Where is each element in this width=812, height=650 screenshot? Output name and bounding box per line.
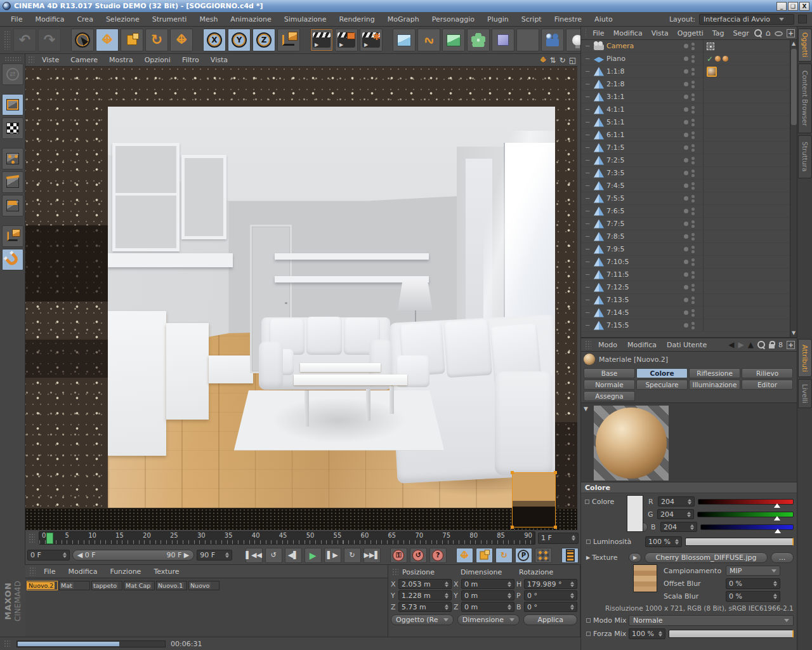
object-row[interactable]: 4:1:1 [581, 103, 790, 116]
color-swatch[interactable] [627, 495, 643, 532]
visibility-dots[interactable] [684, 169, 700, 177]
undo-button[interactable]: ↶ [13, 29, 36, 51]
region-handle[interactable] [511, 471, 514, 474]
tag-cell[interactable] [703, 205, 790, 217]
viewport-menu-item[interactable]: Opzioni [140, 55, 176, 65]
material-menu-item[interactable]: File [38, 566, 61, 577]
tag-cell[interactable] [703, 256, 790, 268]
g-slider[interactable] [697, 512, 794, 517]
menu-item[interactable]: Script [516, 14, 547, 25]
r-slider[interactable] [698, 499, 794, 505]
visibility-dots[interactable] [684, 258, 700, 266]
object-row[interactable]: 6:1:1 [581, 129, 790, 142]
tag-cell[interactable] [703, 91, 790, 103]
tag-cell[interactable] [703, 167, 790, 179]
tag-cell[interactable] [703, 294, 790, 306]
menu-item[interactable]: Crea [71, 14, 98, 25]
object-row[interactable]: 7:4:5 [581, 180, 790, 192]
range-start-field[interactable]: 0 F [27, 550, 70, 560]
menu-item[interactable]: File [5, 14, 28, 25]
menu-item[interactable]: MoGraph [382, 14, 425, 25]
tab-livelli[interactable]: Livelli [798, 379, 812, 408]
redo-button[interactable]: ↷ [38, 29, 61, 51]
region-handle[interactable] [511, 526, 514, 529]
menu-item[interactable]: Modifica [29, 14, 70, 25]
tag-cell[interactable] [703, 65, 790, 77]
camera-target-tag[interactable] [707, 43, 714, 50]
minimize-button[interactable]: _ [776, 2, 787, 11]
menu-item[interactable]: Animazione [225, 14, 277, 25]
drag-grip[interactable] [4, 56, 21, 62]
b-slider[interactable] [700, 524, 794, 530]
rot-h-field[interactable]: 179.989 ° [524, 579, 577, 589]
tag-cell[interactable] [703, 103, 790, 116]
autokey-button[interactable]: ↺ [410, 548, 427, 563]
make-editable-button[interactable]: ⇄ [2, 63, 23, 85]
material-channel-tab[interactable]: Illuminazione [689, 380, 740, 390]
visibility-dots[interactable] [684, 43, 700, 50]
visibility-dots[interactable] [684, 296, 700, 304]
visibility-dots[interactable] [684, 271, 700, 279]
tag-cell[interactable] [703, 129, 790, 141]
object-row[interactable]: 7:2:5 [581, 154, 790, 167]
tag-cell[interactable] [703, 180, 790, 192]
last-tool-button[interactable] [170, 29, 193, 51]
texture-thumbnail[interactable] [633, 564, 657, 592]
material-menu-item[interactable]: Modifica [62, 566, 103, 577]
mix-strength-field[interactable]: 100 % [629, 628, 665, 639]
visibility-dots[interactable] [684, 81, 700, 88]
b-value-field[interactable]: 204 [660, 522, 697, 532]
lock-x-axis-button[interactable]: X [203, 29, 226, 51]
render-settings-button[interactable]: ✱ [360, 29, 383, 51]
r-value-field[interactable]: 204 [658, 496, 695, 507]
material-thumbnail[interactable]: Nuovo [188, 581, 219, 590]
material-channel-tab[interactable]: Editor [742, 380, 793, 390]
visibility-dots[interactable] [684, 309, 700, 317]
home-icon[interactable]: ⌂ [766, 30, 771, 36]
add-camera-button[interactable] [541, 29, 564, 51]
luminosity-field[interactable]: 100 % [645, 536, 682, 547]
timeline-playhead[interactable] [46, 533, 53, 544]
history-back-icon[interactable]: ◀ [728, 340, 734, 349]
texture-expand-button[interactable]: ▶ [629, 553, 641, 562]
check-tag[interactable]: ✓ [707, 55, 713, 63]
material-tag[interactable] [723, 56, 728, 62]
object-row[interactable]: 7:8:5 [581, 230, 790, 243]
tag-cell[interactable] [703, 319, 790, 331]
apply-button[interactable]: Applica [523, 614, 577, 625]
object-row[interactable]: Piano ✓ [581, 53, 790, 65]
lock-icon[interactable] [769, 344, 775, 348]
sampling-dropdown[interactable]: MIP [726, 566, 780, 576]
pan-view-icon[interactable] [540, 58, 545, 62]
drag-grip[interactable] [29, 567, 36, 576]
layout-dropdown[interactable]: Interfaccia di Avvio [699, 14, 794, 25]
object-row[interactable]: 7:1:5 [581, 142, 790, 154]
material-channel-tab[interactable]: Normale [584, 380, 635, 390]
visibility-dots[interactable] [684, 182, 700, 190]
polygons-mode-button[interactable] [2, 195, 23, 216]
texture-mode-button[interactable] [2, 117, 23, 139]
material-preview-large[interactable] [594, 406, 669, 481]
size-y-field[interactable]: 0 m [461, 590, 514, 600]
goto-start-button[interactable]: ▌◀◀ [246, 548, 263, 563]
object-menu-item[interactable]: Oggetti [674, 29, 707, 38]
play-button[interactable]: ▶ [304, 548, 322, 563]
object-menu-item[interactable]: Segr [729, 29, 752, 38]
rotate-view-icon[interactable]: ↻ [560, 56, 566, 64]
viewport-canvas[interactable] [25, 67, 577, 530]
selected-material-tag[interactable] [707, 67, 717, 77]
material-channel-tab[interactable]: Speculare [636, 380, 688, 390]
tag-cell[interactable] [703, 116, 790, 128]
tag-cell[interactable] [703, 243, 790, 255]
luminosity-slider[interactable] [685, 538, 794, 546]
render-region-box[interactable] [512, 472, 556, 527]
mix-mode-dropdown[interactable]: Normale [629, 615, 794, 626]
object-row[interactable]: 3:1:1 [581, 91, 790, 103]
edges-mode-button[interactable] [2, 171, 23, 193]
object-menu-item[interactable]: File [589, 29, 608, 38]
object-row[interactable]: 1:1:8 [581, 65, 790, 78]
rotate-tool-button[interactable]: ↻ [145, 29, 168, 51]
toggle-view-icon[interactable]: ◱ [569, 56, 576, 64]
visibility-dots[interactable] [684, 68, 700, 76]
search-icon[interactable] [757, 341, 765, 348]
